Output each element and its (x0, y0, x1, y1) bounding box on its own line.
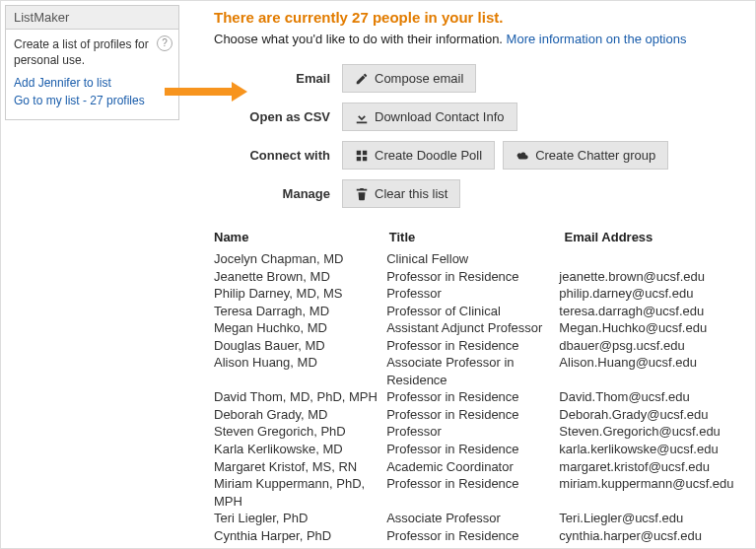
go-to-list-link[interactable]: Go to my list - 27 profiles (14, 94, 171, 107)
cell-email: miriam.kuppermann@ucsf.edu (559, 475, 749, 510)
cloud-icon (515, 149, 529, 163)
download-csv-label: Download Contact Info (375, 109, 505, 124)
cell-name: Deborah Grady, MD (214, 406, 386, 424)
cell-email: jeanette.brown@ucsf.edu (559, 268, 749, 286)
download-csv-button[interactable]: Download Contact Info (342, 103, 517, 131)
cell-title: Professor in Residence (386, 268, 559, 286)
cell-name: Philip Darney, MD, MS (214, 285, 386, 303)
cell-title: Clinical Fellow (386, 250, 559, 268)
subline: Choose what you'd like to do with their … (214, 32, 749, 46)
cell-email: Megan.Huchko@ucsf.edu (559, 319, 749, 337)
cell-name: Alison Huang, MD (214, 354, 386, 388)
clear-list-button[interactable]: Clear this list (342, 179, 460, 208)
cell-name: Teri Liegler, PhD (214, 510, 386, 527)
table-row: Douglas Bauer, MDProfessor in Residenced… (214, 337, 749, 355)
cell-email: Steven.Gregorich@ucsf.edu (559, 423, 749, 441)
create-doodle-label: Create Doodle Poll (375, 148, 482, 163)
col-name-header: Name (214, 230, 389, 244)
cell-email: karla.kerlikowske@ucsf.edu (559, 441, 749, 458)
cell-name: Megan Huchko, MD (214, 319, 386, 337)
cell-email: margaret.kristof@ucsf.edu (559, 458, 749, 476)
cell-title: Professor in Residence (386, 406, 559, 424)
pencil-icon (355, 72, 369, 86)
cell-title: Assistant Adjunct Professor (386, 544, 559, 549)
table-row: Alison Huang, MDAssociate Professor in R… (214, 354, 749, 388)
table-row: Jocelyn Chapman, MDClinical Fellow (214, 250, 749, 268)
col-email-header: Email Address (565, 230, 750, 244)
cell-email: teresa.darragh@ucsf.edu (559, 303, 749, 320)
cell-name: Vanessa Jacoby, MD (214, 544, 386, 549)
cell-title: Associate Professor in Residence (386, 354, 559, 388)
trash-icon (355, 187, 369, 201)
sidebar-description: Create a list of profiles for personal u… (14, 37, 171, 68)
cell-email: philip.darney@ucsf.edu (559, 285, 749, 303)
cell-name: Cynthia Harper, PhD (214, 527, 386, 545)
cell-title: Associate Professor (386, 510, 559, 527)
col-title-header: Title (389, 230, 565, 244)
table-row: Cynthia Harper, PhDProfessor in Residenc… (214, 527, 749, 545)
table-row: Deborah Grady, MDProfessor in ResidenceD… (214, 406, 749, 424)
table-row: Vanessa Jacoby, MDAssistant Adjunct Prof… (214, 544, 749, 549)
people-table: Name Title Email Address Jocelyn Chapman… (214, 230, 749, 549)
cell-email: Alison.Huang@ucsf.edu (559, 354, 749, 388)
table-row: Teri Liegler, PhDAssociate ProfessorTeri… (214, 510, 749, 527)
cell-title: Professor in Residence (386, 441, 559, 458)
table-row: Steven Gregorich, PhDProfessorSteven.Gre… (214, 423, 749, 441)
table-row: David Thom, MD, PhD, MPHProfessor in Res… (214, 388, 749, 406)
cell-name: Teresa Darragh, MD (214, 303, 386, 320)
download-icon (355, 110, 369, 124)
manage-label: Manage (214, 186, 342, 201)
compose-email-label: Compose email (375, 71, 463, 86)
cell-title: Professor in Residence (386, 337, 559, 355)
cell-title: Professor (386, 423, 559, 441)
table-row: Teresa Darragh, MDProfessor of Clinicalt… (214, 303, 749, 320)
cell-email: Teri.Liegler@ucsf.edu (559, 510, 749, 527)
add-to-list-link[interactable]: Add Jennifer to list (14, 76, 171, 90)
table-row: Megan Huchko, MDAssistant Adjunct Profes… (214, 319, 749, 337)
cell-name: Miriam Kuppermann, PhD, MPH (214, 475, 386, 510)
cell-name: Douglas Bauer, MD (214, 337, 386, 355)
cell-title: Professor in Residence (386, 475, 559, 510)
table-row: Miriam Kuppermann, PhD, MPHProfessor in … (214, 475, 749, 510)
table-row: Philip Darney, MD, MSProfessorphilip.dar… (214, 285, 749, 303)
cell-email: cynthia.harper@ucsf.edu (559, 527, 749, 545)
compose-email-button[interactable]: Compose email (342, 64, 476, 93)
help-icon[interactable]: ? (157, 35, 172, 51)
cell-email: Deborah.Grady@ucsf.edu (559, 406, 749, 424)
table-row: Margaret Kristof, MS, RNAcademic Coordin… (214, 458, 749, 476)
connect-label: Connect with (214, 148, 342, 163)
sidebar-title: ListMaker (6, 6, 178, 30)
cell-email: David.Thom@ucsf.edu (559, 388, 749, 406)
cell-name: Karla Kerlikowske, MD (214, 441, 386, 458)
main-panel: There are currently 27 people in your li… (214, 7, 749, 549)
cell-title: Academic Coordinator (386, 458, 559, 476)
more-info-link[interactable]: More information on the options (507, 32, 687, 46)
cell-title: Assistant Adjunct Professor (386, 319, 559, 337)
email-label: Email (214, 71, 342, 86)
gift-icon (355, 149, 369, 163)
listmaker-sidebar: ListMaker ? Create a list of profiles fo… (5, 5, 179, 120)
create-doodle-button[interactable]: Create Doodle Poll (342, 141, 495, 170)
cell-title: Professor (386, 285, 559, 303)
cell-email (559, 250, 749, 268)
clear-list-label: Clear this list (375, 186, 447, 201)
table-row: Karla Kerlikowske, MDProfessor in Reside… (214, 441, 749, 458)
cell-name: Jocelyn Chapman, MD (214, 250, 386, 268)
table-row: Jeanette Brown, MDProfessor in Residence… (214, 268, 749, 286)
cell-title: Professor of Clinical (386, 303, 559, 320)
cell-email: dbauer@psg.ucsf.edu (559, 337, 749, 355)
cell-name: Jeanette Brown, MD (214, 268, 386, 286)
csv-label: Open as CSV (214, 109, 342, 124)
list-count-headline: There are currently 27 people in your li… (214, 9, 749, 26)
create-chatter-label: Create Chatter group (535, 148, 655, 163)
cell-name: Margaret Kristof, MS, RN (214, 458, 386, 476)
cell-email: Vanessa.Jacoby@ucsf.edu (559, 544, 749, 549)
cell-title: Professor in Residence (386, 388, 559, 406)
cell-name: David Thom, MD, PhD, MPH (214, 388, 386, 406)
create-chatter-button[interactable]: Create Chatter group (503, 141, 668, 170)
subline-text: Choose what you'd like to do with their … (214, 32, 507, 46)
cell-name: Steven Gregorich, PhD (214, 423, 386, 441)
cell-title: Professor in Residence (386, 527, 559, 545)
